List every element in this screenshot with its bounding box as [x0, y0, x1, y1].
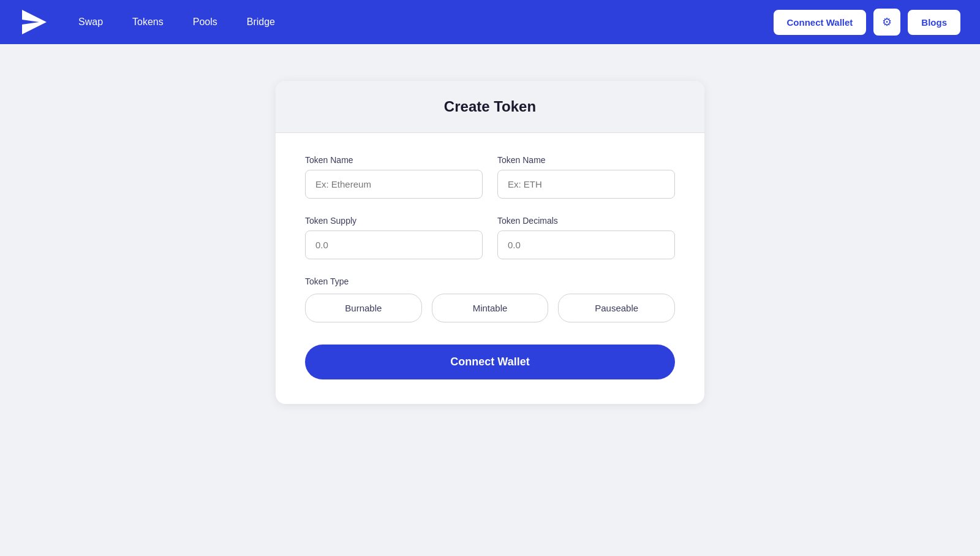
svg-marker-0 [22, 10, 47, 34]
form-row-supply-decimals: Token Supply Token Decimals [305, 216, 675, 259]
create-token-card: Create Token Token Name Token Name Token… [276, 81, 704, 404]
token-decimals-group: Token Decimals [497, 216, 675, 259]
token-symbol-label: Token Name [497, 155, 675, 165]
mintable-button[interactable]: Mintable [432, 294, 549, 322]
form-row-name-symbol: Token Name Token Name [305, 155, 675, 199]
settings-button[interactable]: ⚙ [873, 9, 900, 36]
token-decimals-label: Token Decimals [497, 216, 675, 226]
token-decimals-input[interactable] [497, 230, 675, 259]
card-header: Create Token [276, 81, 704, 133]
token-name-label: Token Name [305, 155, 483, 165]
page-title: Create Token [295, 98, 685, 115]
connect-wallet-nav-button[interactable]: Connect Wallet [774, 10, 867, 35]
nav-item-pools[interactable]: Pools [193, 17, 217, 28]
token-supply-label: Token Supply [305, 216, 483, 226]
token-name-input[interactable] [305, 170, 483, 199]
pauseable-button[interactable]: Pauseable [558, 294, 675, 322]
navbar-left: Swap Tokens Pools Bridge [20, 7, 275, 37]
nav-item-bridge[interactable]: Bridge [247, 17, 275, 28]
token-symbol-group: Token Name [497, 155, 675, 199]
burnable-button[interactable]: Burnable [305, 294, 422, 322]
gear-icon: ⚙ [882, 15, 892, 29]
nav-item-tokens[interactable]: Tokens [132, 17, 164, 28]
logo[interactable] [20, 7, 49, 37]
token-supply-input[interactable] [305, 230, 483, 259]
token-type-section: Token Type Burnable Mintable Pauseable [305, 276, 675, 322]
token-name-group: Token Name [305, 155, 483, 199]
blogs-button[interactable]: Blogs [908, 10, 960, 35]
main-content: Create Token Token Name Token Name Token… [0, 44, 980, 441]
token-type-buttons: Burnable Mintable Pauseable [305, 294, 675, 322]
nav-item-swap[interactable]: Swap [78, 17, 103, 28]
token-symbol-input[interactable] [497, 170, 675, 199]
nav-links: Swap Tokens Pools Bridge [78, 17, 275, 28]
navbar-right: Connect Wallet ⚙ Blogs [774, 9, 960, 36]
token-type-label: Token Type [305, 276, 675, 286]
token-supply-group: Token Supply [305, 216, 483, 259]
navbar: Swap Tokens Pools Bridge Connect Wallet … [0, 0, 980, 44]
connect-wallet-submit-button[interactable]: Connect Wallet [305, 345, 675, 379]
card-body: Token Name Token Name Token Supply Token… [276, 133, 704, 404]
